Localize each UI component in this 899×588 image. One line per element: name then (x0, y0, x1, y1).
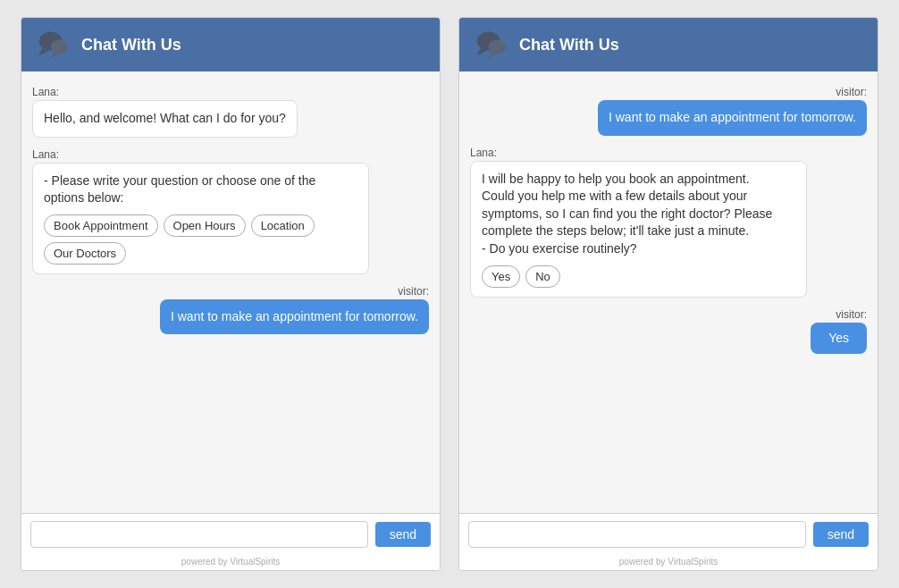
message-text: - Please write your question or choose o… (44, 172, 357, 207)
option-no[interactable]: No (525, 265, 560, 288)
option-location[interactable]: Location (251, 214, 315, 237)
send-button-1[interactable]: send (375, 522, 431, 547)
sender-label: Lana: (470, 147, 497, 159)
message-row: visitor: Yes (470, 303, 867, 355)
sender-label: Lana: (32, 86, 59, 98)
sender-label: visitor: (836, 86, 867, 98)
powered-by-2: powered by VirtualSpirits (459, 555, 878, 570)
message-bubble: Yes (811, 323, 867, 355)
chat-input-area-2: send (459, 513, 878, 555)
chat-title-2: Chat With Us (519, 36, 619, 55)
chat-input-1[interactable] (30, 521, 368, 548)
option-buttons: Yes No (482, 265, 795, 288)
message-bubble: I want to make an appointment for tomorr… (160, 299, 429, 335)
chat-title-1: Chat With Us (81, 36, 181, 55)
chat-header-1: Chat With Us (21, 18, 440, 71)
message-row: visitor: I want to make an appointment f… (32, 280, 429, 335)
chat-input-area-1: send (21, 513, 440, 555)
sender-label: Lana: (32, 148, 59, 161)
message-bubble: I want to make an appointment for tomorr… (598, 100, 867, 136)
message-bubble: Hello, and welcome! What can I do for yo… (32, 100, 298, 138)
option-book-appointment[interactable]: Book Appointment (44, 214, 158, 237)
message-text: I will be happy to help you book an appo… (482, 171, 795, 258)
chat-header-2: Chat With Us (459, 18, 878, 71)
chat-icon-1 (35, 27, 71, 63)
chat-messages-2: visitor: I want to make an appointment f… (459, 71, 878, 513)
message-row: Lana: Hello, and welcome! What can I do … (32, 80, 429, 138)
message-row: visitor: I want to make an appointment f… (470, 80, 867, 136)
chat-input-2[interactable] (468, 521, 806, 548)
option-open-hours[interactable]: Open Hours (164, 214, 246, 237)
message-bubble: - Please write your question or choose o… (32, 163, 369, 274)
chat-widget-1: Chat With Us Lana: Hello, and welcome! W… (21, 17, 441, 571)
option-buttons: Book Appointment Open Hours Location Our… (44, 214, 357, 265)
powered-by-1: powered by VirtualSpirits (21, 555, 440, 570)
svg-point-6 (489, 39, 506, 54)
send-button-2[interactable]: send (813, 522, 869, 547)
option-yes[interactable]: Yes (482, 265, 520, 288)
message-row: Lana: I will be happy to help you book a… (470, 141, 867, 298)
sender-label: visitor: (398, 285, 429, 298)
sender-label: visitor: (836, 308, 867, 321)
message-row: Lana: - Please write your question or ch… (32, 143, 429, 274)
option-our-doctors[interactable]: Our Doctors (44, 242, 126, 265)
message-bubble: I will be happy to help you book an appo… (470, 161, 807, 298)
chat-widget-2: Chat With Us visitor: I want to make an … (458, 17, 878, 571)
chat-messages-1: Lana: Hello, and welcome! What can I do … (21, 71, 440, 513)
svg-point-2 (51, 39, 68, 54)
chat-icon-2 (473, 27, 508, 63)
